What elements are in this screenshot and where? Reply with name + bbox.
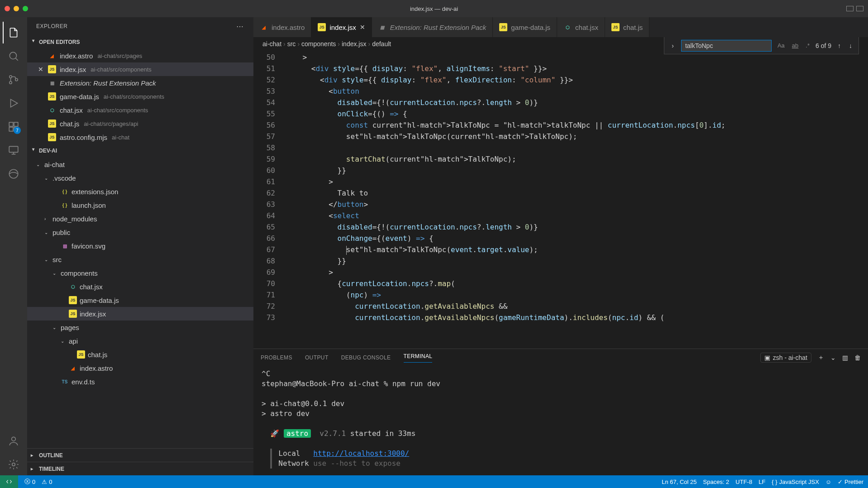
status-errors[interactable]: ⓧ 0 bbox=[24, 478, 35, 486]
source-control-activity-icon[interactable] bbox=[3, 69, 24, 91]
find-toggle-replace-icon[interactable]: › bbox=[669, 42, 677, 49]
open-editors-section-header[interactable]: ▸ OPEN EDITORS bbox=[27, 35, 253, 49]
kill-terminal-icon[interactable]: 🗑 bbox=[854, 354, 861, 361]
breadcrumb-row: ai-chat›src›components›index.jsx›default… bbox=[253, 37, 868, 51]
open-editor-item[interactable]: JSchat.jsai-chat/src/pages/api bbox=[27, 117, 253, 130]
status-cursor[interactable]: Ln 67, Col 25 bbox=[662, 478, 696, 485]
svg-rect-5 bbox=[14, 122, 18, 126]
find-input[interactable] bbox=[681, 40, 772, 52]
minimize-window-button[interactable] bbox=[14, 6, 19, 11]
extensions-activity-icon[interactable]: 7 bbox=[3, 116, 24, 138]
tree-folder[interactable]: ⌄api bbox=[27, 334, 253, 348]
tree-file[interactable]: JSchat.js bbox=[27, 348, 253, 361]
tree-file[interactable]: ◢index.astro bbox=[27, 361, 253, 375]
tree-folder[interactable]: ⌄src bbox=[27, 253, 253, 266]
tree-file[interactable]: JSgame-data.js bbox=[27, 293, 253, 307]
status-warnings[interactable]: ⚠ 0 bbox=[42, 478, 52, 485]
editor-tab[interactable]: ⬡chat.jsx bbox=[557, 17, 605, 37]
remote-status-icon[interactable] bbox=[0, 475, 18, 488]
project-section-header[interactable]: ▸ DEV-AI bbox=[27, 144, 253, 158]
tab-problems[interactable]: PROBLEMS bbox=[261, 354, 292, 361]
open-editor-item[interactable]: ✕JSindex.jsxai-chat/src/components bbox=[27, 62, 253, 76]
tree-label: chat.jsx bbox=[80, 283, 103, 291]
tree-label: node_modules bbox=[52, 215, 97, 223]
tree-label: favicon.svg bbox=[72, 242, 105, 250]
find-next-icon[interactable]: ↓ bbox=[847, 42, 854, 49]
breadcrumb[interactable]: ai-chat›src›components›index.jsx›default bbox=[262, 40, 391, 48]
tree-file[interactable]: { }launch.json bbox=[27, 198, 253, 212]
panel-actions: ▣ zsh - ai-chat ＋ ⌄ ▥ 🗑 bbox=[760, 353, 861, 363]
settings-activity-icon[interactable] bbox=[3, 454, 24, 475]
panel-toggle-icon[interactable] bbox=[846, 6, 854, 11]
maximize-window-button[interactable] bbox=[23, 6, 28, 11]
close-icon[interactable]: ✕ bbox=[360, 24, 365, 31]
open-editor-item[interactable]: ◢index.astroai-chat/src/pages bbox=[27, 49, 253, 62]
find-prev-icon[interactable]: ↑ bbox=[836, 42, 843, 49]
status-lang[interactable]: { } JavaScript JSX bbox=[772, 478, 819, 485]
close-window-button[interactable] bbox=[5, 6, 10, 11]
terminal-dropdown-icon[interactable]: ⌄ bbox=[830, 354, 836, 361]
find-regex-icon[interactable]: .* bbox=[804, 42, 811, 49]
open-editor-item[interactable]: ⬡chat.jsxai-chat/src/components bbox=[27, 103, 253, 117]
file-tree: ⌄ai-chat⌄.vscode{ }extensions.json{ }lau… bbox=[27, 158, 253, 448]
status-eol[interactable]: LF bbox=[758, 478, 765, 485]
explorer-activity-icon[interactable] bbox=[3, 22, 24, 43]
chevron-down-icon: ▸ bbox=[31, 39, 36, 45]
tree-folder[interactable]: ⌄ai-chat bbox=[27, 158, 253, 171]
tree-folder[interactable]: ⌄components bbox=[27, 266, 253, 280]
open-editor-item[interactable]: JSastro.config.mjsai-chat bbox=[27, 130, 253, 144]
tree-file[interactable]: { }extensions.json bbox=[27, 185, 253, 198]
breadcrumb-item[interactable]: default bbox=[372, 40, 391, 48]
status-spaces[interactable]: Spaces: 2 bbox=[703, 478, 730, 485]
svg-point-2 bbox=[10, 81, 12, 84]
code-editor[interactable]: 50 51 52 53 54 55 56 57 58 59 60 61 62 6… bbox=[253, 51, 868, 349]
status-prettier[interactable]: ✓ Prettier bbox=[838, 478, 863, 485]
tree-folder[interactable]: ›node_modules bbox=[27, 212, 253, 225]
tree-folder[interactable]: ⌄.vscode bbox=[27, 171, 253, 185]
breadcrumb-item[interactable]: components bbox=[301, 40, 336, 48]
tree-file[interactable]: ⬡chat.jsx bbox=[27, 280, 253, 293]
tree-folder[interactable]: ⌄public bbox=[27, 225, 253, 239]
breadcrumb-item[interactable]: ai-chat bbox=[262, 40, 281, 48]
status-encoding[interactable]: UTF-8 bbox=[735, 478, 752, 485]
run-debug-activity-icon[interactable] bbox=[3, 92, 24, 114]
open-editor-item[interactable]: JSgame-data.jsai-chat/src/components bbox=[27, 90, 253, 103]
editor-tab[interactable]: JSgame-data.js bbox=[493, 17, 557, 37]
timeline-section-header[interactable]: ▸ TIMELINE bbox=[27, 462, 253, 475]
search-activity-icon[interactable] bbox=[3, 45, 24, 67]
new-terminal-icon[interactable]: ＋ bbox=[818, 354, 824, 362]
editor-tab[interactable]: JSchat.js bbox=[605, 17, 649, 37]
breadcrumb-item[interactable]: src bbox=[287, 40, 296, 48]
outline-section-header[interactable]: ▸ OUTLINE bbox=[27, 448, 253, 462]
remote-activity-icon[interactable] bbox=[3, 139, 24, 161]
find-whole-word-icon[interactable]: ab bbox=[791, 42, 800, 49]
tree-folder[interactable]: ⌄pages bbox=[27, 321, 253, 334]
activity-bar: 7 bbox=[0, 17, 27, 475]
editor-tabs: ◢index.astroJSindex.jsx✕▦Extension: Rust… bbox=[253, 17, 868, 37]
tree-file[interactable]: JSindex.jsx bbox=[27, 307, 253, 321]
close-icon[interactable]: ✕ bbox=[37, 66, 44, 73]
localhost-link[interactable]: http://localhost:3000/ bbox=[313, 449, 409, 458]
open-editor-item[interactable]: ▦Extension: Rust Extension Pack bbox=[27, 76, 253, 90]
editor-tab[interactable]: JSindex.jsx✕ bbox=[311, 17, 372, 37]
code-content[interactable]: > <div style={{ display: "flex", alignIt… bbox=[285, 51, 868, 349]
tree-file[interactable]: ▧favicon.svg bbox=[27, 239, 253, 253]
tab-terminal[interactable]: TERMINAL bbox=[404, 353, 433, 363]
editor-tab[interactable]: ▦Extension: Rust Extension Pack bbox=[372, 17, 493, 37]
tree-file[interactable]: TSenv.d.ts bbox=[27, 375, 253, 388]
edge-activity-icon[interactable] bbox=[3, 163, 24, 185]
find-match-case-icon[interactable]: Aa bbox=[776, 42, 786, 49]
terminal-selector[interactable]: ▣ zsh - ai-chat bbox=[760, 353, 811, 363]
status-feedback-icon[interactable]: ☺ bbox=[825, 478, 831, 485]
tree-label: .vscode bbox=[52, 174, 76, 182]
tab-output[interactable]: OUTPUT bbox=[305, 354, 329, 361]
terminal-body[interactable]: ^C stephan@MacBook-Pro ai-chat % npm run… bbox=[253, 366, 868, 475]
editor-tab[interactable]: ◢index.astro bbox=[253, 17, 311, 37]
explorer-more-icon[interactable]: ⋯ bbox=[236, 22, 244, 31]
chevron-down-icon: ⌄ bbox=[36, 162, 42, 167]
breadcrumb-item[interactable]: index.jsx bbox=[342, 40, 366, 48]
tab-debug-console[interactable]: DEBUG CONSOLE bbox=[341, 354, 391, 361]
account-activity-icon[interactable] bbox=[3, 430, 24, 452]
split-terminal-icon[interactable]: ▥ bbox=[842, 354, 848, 361]
layout-toggle-icon[interactable] bbox=[856, 6, 863, 11]
